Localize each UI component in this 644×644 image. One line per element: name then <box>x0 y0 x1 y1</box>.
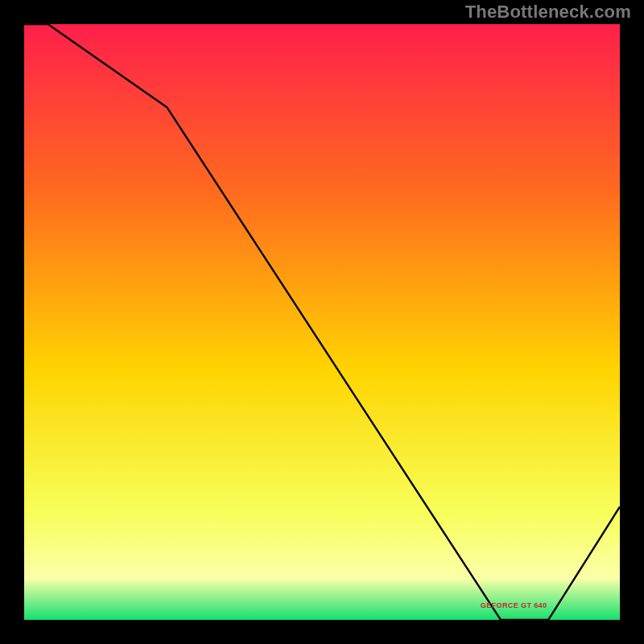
plot-area: GEFORCE GT 640 <box>24 24 620 620</box>
chart-svg <box>24 24 620 620</box>
attribution-text: TheBottleneck.com <box>465 2 631 23</box>
chart-frame: TheBottleneck.com GEFORCE GT 640 <box>0 0 644 644</box>
gradient-background <box>24 24 620 620</box>
